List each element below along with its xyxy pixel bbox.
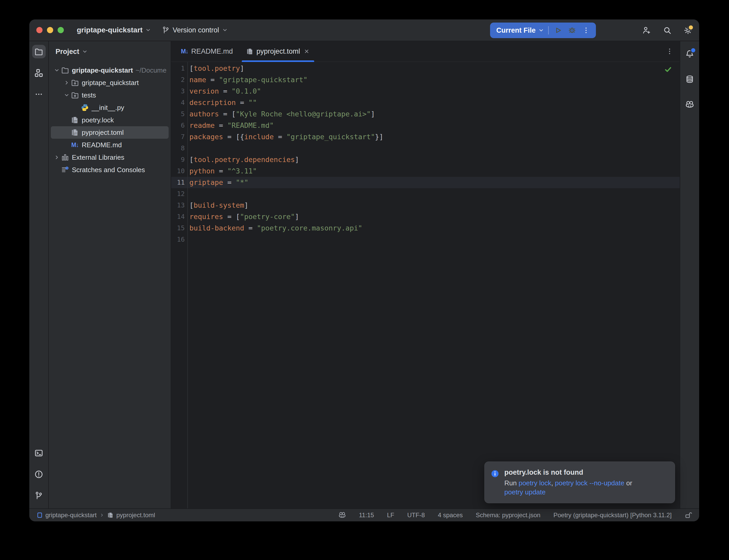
scratches-icon	[61, 166, 69, 174]
editor-tab-pyproject-toml[interactable]: [T]pyproject.toml	[240, 41, 316, 61]
folder-icon	[34, 47, 43, 56]
code-line-12[interactable]: 12	[171, 188, 680, 200]
tree-item-scratches-and-consoles[interactable]: Scratches and Consoles	[51, 164, 169, 176]
inspections-ok-icon[interactable]	[664, 66, 672, 73]
tree-indent-spacer	[72, 103, 81, 112]
tab-options-kebab-icon[interactable]	[666, 47, 674, 55]
search-everywhere-button[interactable]	[663, 26, 672, 35]
code-token: description	[189, 99, 236, 107]
code-line-10[interactable]: 10python = "^3.11"	[171, 165, 680, 177]
code-line-9[interactable]: 9[tool.poetry.dependencies]	[171, 154, 680, 165]
debug-button[interactable]	[567, 25, 577, 36]
tree-item-external-libraries[interactable]: External Libraries	[51, 151, 169, 164]
tool-button-terminal[interactable]	[32, 446, 46, 460]
write-access-icon[interactable]	[685, 512, 692, 519]
tool-button-project[interactable]	[32, 45, 46, 58]
minimize-window-button[interactable]	[47, 27, 53, 33]
settings-button[interactable]	[684, 26, 692, 35]
tool-button-notifications[interactable]	[683, 47, 697, 60]
vcs-widget[interactable]: Version control	[162, 26, 228, 34]
code-token: =	[223, 178, 236, 186]
tool-button-ai-assistant[interactable]	[683, 98, 697, 111]
tree-item-griptape-quickstart[interactable]: griptape_quickstart	[51, 76, 169, 89]
code-line-4[interactable]: 4description = ""	[171, 97, 680, 108]
status-indent[interactable]: 4 spaces	[438, 512, 463, 519]
code-text: version = "0.1.0"	[187, 86, 261, 97]
terminal-icon	[34, 449, 43, 457]
tree-item-griptape-quickstart[interactable]: griptape-quickstart~/Docume	[51, 64, 169, 76]
zoom-window-button[interactable]	[58, 27, 64, 33]
code-token: =	[206, 76, 219, 84]
notification-title: poetry.lock is not found	[504, 468, 668, 477]
code-token: "griptape-quickstart"	[219, 76, 307, 84]
tree-item-tests[interactable]: tests	[51, 89, 169, 101]
code-line-8[interactable]: 8	[171, 143, 680, 154]
project-switcher[interactable]: griptape-quickstart	[77, 26, 151, 34]
run-config-selector[interactable]: Current File	[496, 26, 536, 34]
run-widget: Current File	[490, 23, 596, 38]
code-line-1[interactable]: 1[tool.poetry]	[171, 63, 680, 74]
project-panel-header[interactable]: Project	[49, 41, 171, 62]
status-line-separator[interactable]: LF	[387, 512, 394, 519]
status-encoding[interactable]: UTF-8	[407, 512, 425, 519]
code-line-6[interactable]: 6readme = "README.md"	[171, 120, 680, 131]
code-token: [	[189, 156, 193, 164]
code-token: =	[215, 121, 227, 129]
notification-link-poetry-lock-no-update[interactable]: poetry lock --no-update	[555, 479, 624, 487]
code-line-3[interactable]: 3version = "0.1.0"	[171, 86, 680, 97]
tool-button-more-tool-windows[interactable]	[32, 87, 46, 101]
close-tab-icon[interactable]	[304, 48, 309, 54]
tool-button-problems[interactable]	[32, 467, 46, 481]
package-folder-icon	[71, 79, 79, 87]
code-text	[187, 234, 189, 245]
tree-item-init-py[interactable]: __init__.py	[51, 101, 169, 114]
code-line-13[interactable]: 13[build-system]	[171, 200, 680, 211]
notification-text: or	[624, 479, 632, 487]
tree-item-readme-md[interactable]: M↓README.md	[51, 139, 169, 151]
tree-item-label: __init__.py	[92, 104, 124, 112]
code-token: build-system	[193, 201, 244, 209]
chevron-down-icon[interactable]	[62, 91, 71, 100]
code-line-5[interactable]: 5authors = ["Kyle Roche <hello@griptape.…	[171, 108, 680, 120]
notification-link-poetry-lock[interactable]: poetry lock	[519, 479, 551, 487]
editor[interactable]: 1[tool.poetry]2name = "griptape-quicksta…	[171, 62, 680, 508]
breadcrumb-griptape-quickstart[interactable]: griptape-quickstart	[37, 512, 96, 519]
code-line-11[interactable]: 11griptape = "*"	[171, 177, 680, 188]
run-buttons	[553, 25, 591, 36]
code-line-2[interactable]: 2name = "griptape-quickstart"	[171, 74, 680, 86]
structure-icon	[34, 69, 43, 77]
ai-status-icon[interactable]	[338, 512, 346, 519]
editor-tab-readme-md[interactable]: M↓README.md	[174, 41, 240, 61]
tool-button-structure[interactable]	[32, 66, 46, 80]
notification-link-poetry-update[interactable]: poetry update	[504, 488, 546, 496]
line-number: 12	[171, 188, 187, 200]
chevron-right-icon[interactable]	[52, 153, 61, 162]
status-clock[interactable]: 11:15	[359, 512, 374, 519]
chevron-right-icon[interactable]	[62, 78, 71, 87]
chevron-down-icon[interactable]	[52, 66, 61, 75]
run-button[interactable]	[553, 25, 563, 36]
code-token: =	[219, 110, 232, 118]
code-line-7[interactable]: 7packages = [{include = "griptape_quicks…	[171, 131, 680, 143]
line-number: 11	[171, 177, 187, 188]
tool-button-version-control[interactable]	[32, 489, 46, 502]
code-text: [build-system]	[187, 200, 248, 211]
tree-item-label: griptape_quickstart	[82, 79, 139, 87]
tab-label: pyproject.toml	[256, 47, 300, 55]
project-tool-window: Project griptape-quickstart~/Documegript…	[49, 41, 171, 508]
more-run-options-button[interactable]	[581, 25, 591, 36]
code-line-14[interactable]: 14requires = ["poetry-core"]	[171, 211, 680, 222]
tool-button-database[interactable]	[683, 72, 697, 86]
breadcrumb-pyproject-toml[interactable]: [T]pyproject.toml	[107, 512, 155, 519]
code-token: [	[232, 110, 236, 118]
code-line-15[interactable]: 15build-backend = "poetry.core.masonry.a…	[171, 222, 680, 234]
code-text: authors = ["Kyle Roche <hello@griptape.a…	[187, 108, 375, 120]
tree-item-poetry-lock[interactable]: [T]poetry.lock	[51, 114, 169, 126]
code-line-16[interactable]: 16	[171, 234, 680, 245]
status-interpreter[interactable]: Poetry (griptape-quickstart) [Python 3.1…	[553, 512, 672, 519]
svg-text:[T]: [T]	[248, 51, 253, 54]
tree-item-pyproject-toml[interactable]: [T]pyproject.toml	[51, 126, 169, 139]
code-with-me-button[interactable]	[642, 26, 651, 35]
status-json-schema[interactable]: Schema: pyproject.json	[476, 512, 540, 519]
close-window-button[interactable]	[36, 27, 43, 33]
